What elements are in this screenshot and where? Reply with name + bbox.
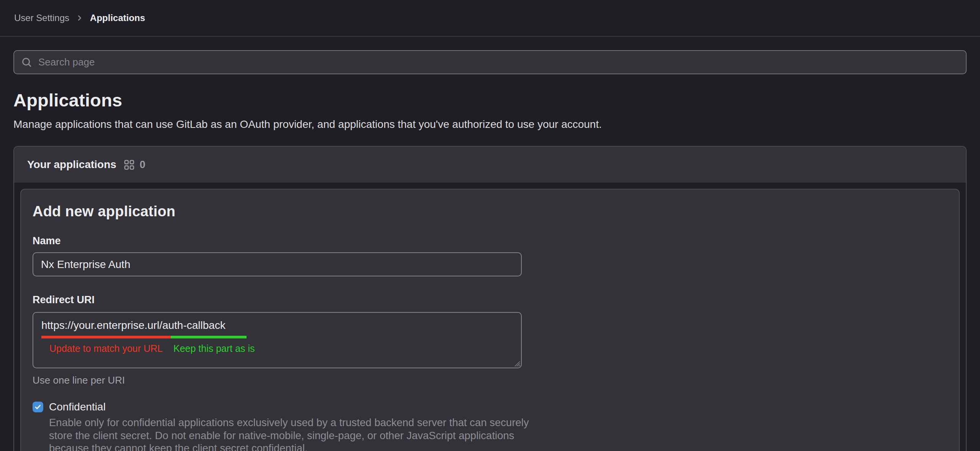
your-applications-header: Your applications 0 (14, 147, 966, 183)
redirect-uri-help: Use one line per URI (33, 374, 947, 386)
checkmark-icon (34, 403, 42, 411)
your-applications-body: Add new application Name Redirect URI ht… (14, 183, 966, 451)
your-applications-title: Your applications (27, 159, 116, 171)
search-icon (21, 57, 33, 68)
add-new-application-title: Add new application (33, 203, 947, 220)
green-underline (171, 336, 247, 338)
your-applications-section: Your applications 0 Add new application … (13, 146, 967, 451)
search-input[interactable] (38, 56, 959, 68)
name-input[interactable] (33, 252, 522, 276)
page-title: Applications (13, 90, 967, 111)
red-underline (41, 336, 171, 338)
redirect-uri-label: Redirect URI (33, 294, 947, 306)
annotation-red-text: Update to match your URL (41, 343, 171, 354)
page-content: Applications Manage applications that ca… (0, 50, 980, 451)
resize-handle-icon[interactable] (513, 360, 520, 367)
annotation-notes: Update to match your URL Keep this part … (41, 343, 521, 354)
top-bar: User Settings Applications (0, 0, 980, 37)
applications-grid-icon (124, 160, 134, 170)
confidential-row: Confidential (33, 401, 947, 413)
confidential-help: Enable only for confidential application… (49, 416, 539, 451)
confidential-label[interactable]: Confidential (49, 401, 106, 413)
breadcrumb: User Settings Applications (14, 13, 145, 23)
applications-count-badge: 0 (140, 159, 145, 171)
confidential-checkbox[interactable] (33, 402, 43, 412)
search-bar[interactable] (13, 50, 967, 74)
redirect-uri-value: https://your.enterprise.url/auth-callbac… (33, 313, 521, 332)
breadcrumb-user-settings[interactable]: User Settings (14, 13, 69, 23)
breadcrumb-applications[interactable]: Applications (90, 13, 145, 23)
annotation-underlines (41, 336, 521, 338)
chevron-right-icon (75, 14, 84, 22)
redirect-uri-textarea[interactable]: https://your.enterprise.url/auth-callbac… (33, 312, 522, 368)
add-new-application-card: Add new application Name Redirect URI ht… (20, 189, 960, 451)
page-description: Manage applications that can use GitLab … (13, 118, 967, 131)
name-label: Name (33, 235, 947, 247)
annotation-green-text: Keep this part as is (171, 343, 255, 354)
